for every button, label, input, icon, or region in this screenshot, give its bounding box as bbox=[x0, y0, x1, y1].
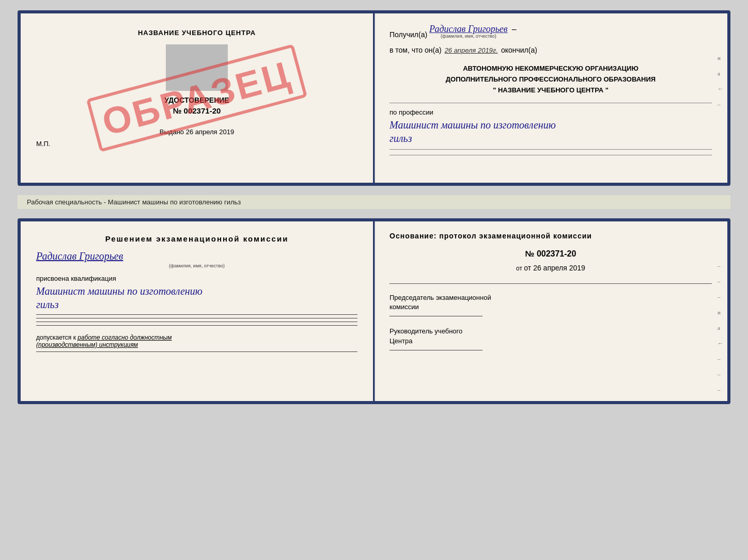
side-mark-1: и bbox=[718, 55, 723, 61]
dash-separator: – bbox=[512, 24, 517, 34]
side-mark-b4: и bbox=[718, 309, 723, 315]
mp-label: М.П. bbox=[36, 140, 50, 148]
qual-underline2 bbox=[36, 318, 357, 318]
date-divider bbox=[389, 283, 712, 284]
person-block-bottom: Радислав Григорьев (фамилия, имя, отчест… bbox=[36, 250, 357, 268]
side-mark-b7: – bbox=[718, 356, 723, 362]
predsedatel-block: Председатель экзаменационной комиссии bbox=[389, 293, 712, 316]
top-document-card: НАЗВАНИЕ УЧЕБНОГО ЦЕНТРА УДОСТОВЕРЕНИЕ №… bbox=[18, 10, 730, 186]
fio-subtitle-top: (фамилия, имя, отчество) bbox=[441, 34, 496, 39]
ot-label: от bbox=[516, 265, 524, 272]
okonchil-label: окончил(а) bbox=[501, 46, 537, 54]
udostoverenie-label: УДОСТОВЕРЕНИЕ bbox=[164, 96, 229, 104]
side-marks-top: и а ← – bbox=[718, 55, 723, 107]
rukovoditel-line1: Руководитель учебного bbox=[389, 327, 462, 335]
fio-sub-bottom: (фамилия, имя, отчество) bbox=[36, 263, 357, 268]
side-mark-2: а bbox=[718, 70, 723, 76]
bottom-right-panel: Основание: протокол экзаменационной коми… bbox=[374, 221, 727, 401]
side-mark-b1: – bbox=[718, 263, 723, 269]
rukovoditel-line2: Центра bbox=[389, 337, 412, 345]
po-professii-label: по профессии bbox=[389, 108, 712, 116]
person-name-block: Радислав Григорьев (фамилия, имя, отчест… bbox=[429, 24, 508, 39]
dop-underline bbox=[36, 351, 357, 352]
separator-label: Рабочая специальность - Машинист машины … bbox=[18, 195, 730, 209]
side-mark-3: ← bbox=[718, 86, 723, 92]
qualification-name: Машинист машины по изготовлению гильз bbox=[36, 284, 357, 311]
prof-name-line2: гильз bbox=[389, 133, 412, 144]
prisvoena-label: присвоена квалификация bbox=[36, 275, 357, 282]
vtom-line: в том, что он(а) 26 апреля 2019г. окончи… bbox=[389, 46, 712, 54]
rukovoditel-block: Руководитель учебного Центра bbox=[389, 327, 712, 350]
vtom-label: в том, что он(а) bbox=[389, 46, 442, 54]
side-mark-b5: а bbox=[718, 325, 723, 331]
org-block: АВТОНОМНУЮ НЕКОММЕРЧЕСКУЮ ОРГАНИЗАЦИЮ ДО… bbox=[389, 63, 712, 95]
completion-date: 26 апреля 2019г. bbox=[445, 46, 498, 54]
dop-label: допускается к bbox=[36, 334, 76, 341]
predsedatel-sig-line bbox=[389, 316, 482, 316]
qual-underline3 bbox=[36, 322, 357, 322]
dop-value: работе согласно должностным bbox=[77, 334, 172, 341]
org-line3: " НАЗВАНИЕ УЧЕБНОГО ЦЕНТРА " bbox=[389, 85, 712, 96]
side-mark-4: – bbox=[718, 101, 723, 107]
side-mark-b8: – bbox=[718, 371, 723, 377]
person-name-bottom: Радислав Григорьев bbox=[36, 250, 357, 262]
org-line1: АВТОНОМНУЮ НЕКОММЕРЧЕСКУЮ ОРГАНИЗАЦИЮ bbox=[389, 63, 712, 74]
osnov-title: Основание: протокол экзаменационной коми… bbox=[389, 232, 712, 240]
qual-line1: Машинист машины по изготовлению bbox=[36, 285, 202, 297]
profession-name-top: Машинист машины по изготовлению гильз bbox=[389, 118, 712, 145]
bottom-line2 bbox=[389, 155, 712, 155]
predsedatel-line1: Председатель экзаменационной bbox=[389, 294, 491, 301]
school-name-top: НАЗВАНИЕ УЧЕБНОГО ЦЕНТРА bbox=[138, 29, 256, 37]
vudano-line: Выдано 26 апреля 2019 bbox=[160, 128, 234, 136]
side-mark-b6: ← bbox=[718, 340, 723, 346]
divider-line bbox=[389, 103, 712, 103]
dop-value2: (производственным) инструкциям bbox=[36, 341, 138, 348]
person-name-top: Радислав Григорьев bbox=[429, 24, 508, 35]
protocol-number: № 002371-20 bbox=[389, 249, 712, 259]
bottom-line1 bbox=[389, 149, 712, 150]
qual-line2: гильз bbox=[36, 299, 58, 310]
prof-name-line1: Машинист машины по изготовлению bbox=[389, 119, 556, 131]
side-mark-b3: – bbox=[718, 294, 723, 300]
top-right-panel: Получил(а) Радислав Григорьев (фамилия, … bbox=[374, 13, 727, 183]
ot-date-value: от 26 апреля 2019 bbox=[524, 264, 585, 272]
predsedatel-line2: комиссии bbox=[389, 303, 419, 311]
ot-date: от от 26 апреля 2019 bbox=[389, 264, 712, 272]
rukovoditel-title: Руководитель учебного Центра bbox=[389, 327, 712, 345]
side-mark-b9: – bbox=[718, 387, 723, 393]
side-marks-bottom: – – – и а ← – – – bbox=[718, 263, 723, 393]
seal-placeholder bbox=[166, 44, 228, 91]
bottom-document-card: Решением экзаменационной комиссии Радисл… bbox=[18, 218, 730, 404]
org-line2: ДОПОЛНИТЕЛЬНОГО ПРОФЕССИОНАЛЬНОГО ОБРАЗО… bbox=[389, 74, 712, 85]
rukovoditel-sig-line bbox=[389, 350, 482, 350]
udostoverenie-number: № 002371-20 bbox=[173, 106, 221, 115]
dopuskaetsya-block: допускается к работе согласно должностны… bbox=[36, 334, 357, 348]
predsedatel-title: Председатель экзаменационной комиссии bbox=[389, 293, 712, 312]
poluchil-label: Получил(а) bbox=[389, 30, 427, 39]
received-line: Получил(а) Радислав Григорьев (фамилия, … bbox=[389, 24, 712, 39]
qual-underline1 bbox=[36, 314, 357, 315]
decision-title: Решением экзаменационной комиссии bbox=[36, 234, 357, 243]
qual-underline4 bbox=[36, 325, 357, 326]
top-left-panel: НАЗВАНИЕ УЧЕБНОГО ЦЕНТРА УДОСТОВЕРЕНИЕ №… bbox=[21, 13, 374, 183]
bottom-left-panel: Решением экзаменационной комиссии Радисл… bbox=[21, 221, 374, 401]
side-mark-b2: – bbox=[718, 278, 723, 284]
